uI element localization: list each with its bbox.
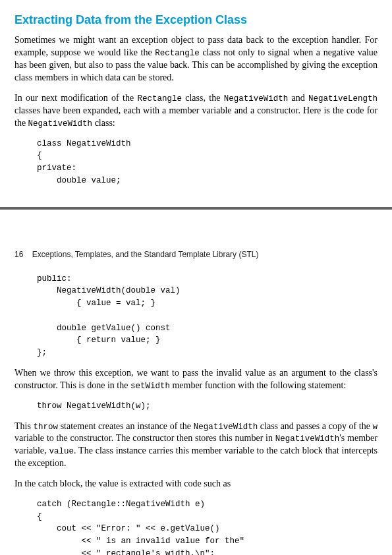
inline-code: throw	[34, 423, 59, 432]
inline-code: NegativeWidth	[28, 119, 93, 129]
inline-code: Rectangle	[137, 94, 182, 103]
text: and	[288, 93, 308, 103]
paragraph-5: In the catch block, the value is extract…	[14, 478, 378, 490]
inline-code: NegativeWidth	[224, 94, 289, 103]
code-block-catch: catch (Rectangle::NegativeWidth e) { cou…	[14, 498, 378, 555]
text: In the catch block, the value is extract…	[14, 479, 231, 488]
paragraph-4: This throw statement creates an instance…	[14, 421, 378, 471]
text: class, the	[182, 93, 224, 103]
paragraph-1: Sometimes we might want an exception obj…	[14, 34, 378, 84]
inline-code: value	[49, 447, 74, 456]
section-title: Extracting Data from the Exception Class	[14, 12, 378, 28]
page-divider	[0, 207, 392, 210]
inline-code: NegativeLength	[308, 94, 378, 103]
inline-code: setWidth	[130, 382, 170, 391]
text: variable to the constructor. The constru…	[14, 433, 275, 443]
text: member function with the following state…	[170, 380, 347, 390]
inline-code: NegativeWidth	[194, 423, 258, 432]
code-block-class-open: class NegativeWidth { private: double va…	[14, 138, 378, 187]
page-number: 16	[14, 249, 23, 260]
text: statement creates an instance of the	[58, 421, 194, 431]
inline-code: NegativeWidth	[275, 434, 340, 444]
paragraph-2: In our next modification of the Rectangl…	[14, 92, 378, 130]
inline-code: w	[373, 423, 378, 432]
text: class:	[92, 118, 115, 128]
paragraph-3: When we throw this exception, we want to…	[14, 367, 378, 392]
text: In our next modification of the	[14, 93, 137, 103]
inline-code: Rectangle	[155, 49, 200, 58]
text: This	[14, 421, 34, 431]
running-head: 16 Exceptions, Templates, and the Standa…	[14, 249, 378, 260]
code-block-class-close: public: NegativeWidth(double val) { valu…	[14, 273, 378, 359]
code-block-throw: throw NegativeWidth(w);	[14, 400, 378, 413]
chapter-title: Exceptions, Templates, and the Standard …	[32, 250, 259, 259]
text: class and passes a copy of the	[258, 421, 372, 431]
